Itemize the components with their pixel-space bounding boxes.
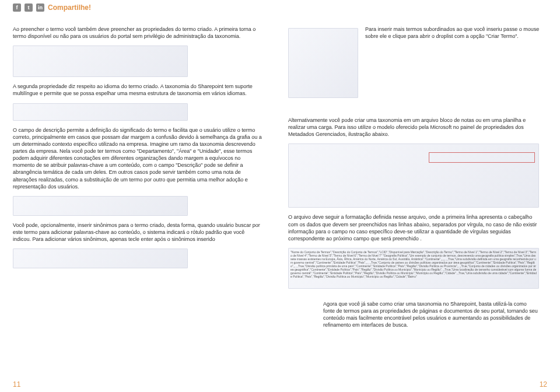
linkedin-icon[interactable]: in (36, 4, 44, 12)
twitter-icon[interactable]: t (24, 4, 33, 12)
left-para-2: A segunda propriedade diz respeito ao id… (13, 83, 264, 97)
left-para-1: Ao preencher o termo você também deve pr… (13, 26, 264, 40)
screenshot-csv-sample: "Nome do Conjunto de Termos","Descrição … (288, 248, 539, 289)
left-column: Ao preencher o termo você também deve pr… (13, 26, 264, 274)
right-column: Para inserir mais termos subordinados ao… (288, 26, 540, 335)
csv-sample-text: "Nome do Conjunto de Termos","Descrição … (289, 249, 538, 280)
left-para-3: O campo de descrição permite a definição… (13, 127, 264, 190)
page-number-right: 12 (540, 380, 547, 388)
facebook-icon[interactable]: f (13, 4, 21, 12)
share-label: Compartilhe! (48, 4, 91, 12)
left-para-4: Você pode, opcionalmente, inserir sinôni… (13, 222, 264, 243)
screenshot-descricao (13, 196, 188, 216)
page-number-left: 11 (13, 380, 20, 388)
share-row: f t in Compartilhe! (13, 4, 91, 12)
right-para-2: Alternativamente você pode criar uma tax… (288, 117, 540, 138)
right-para-3: O arquivo deve seguir a formatação defin… (288, 214, 540, 242)
screenshot-outros-rotulos (13, 249, 188, 268)
screenshot-managed-metadata (288, 144, 539, 208)
right-para-1: Para inserir mais termos subordinados ao… (365, 26, 540, 40)
right-para-4: Agora que você já sabe como criar uma ta… (323, 300, 539, 329)
screenshot-term-context-menu (288, 28, 358, 98)
screenshot-propriedades (13, 46, 188, 77)
screenshot-idioma (13, 103, 188, 121)
